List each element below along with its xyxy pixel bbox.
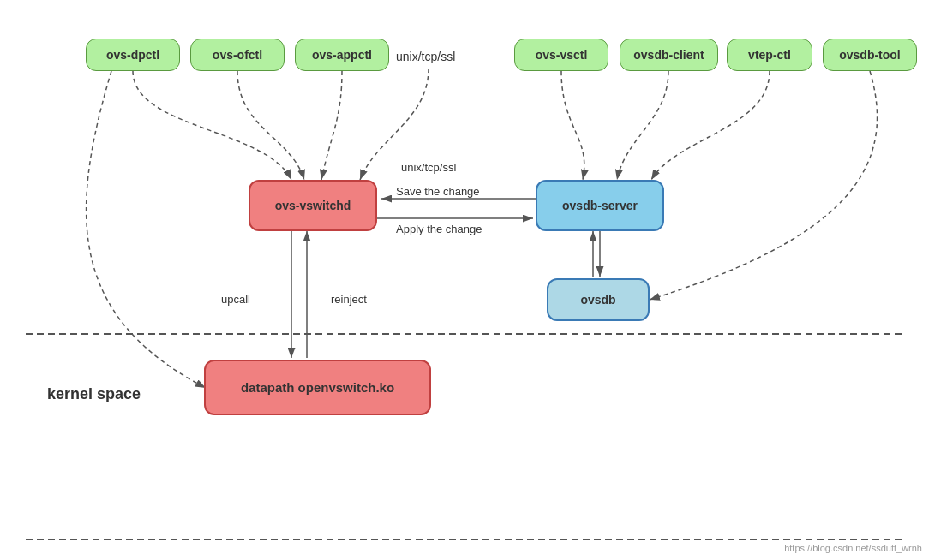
arrows-svg	[0, 0, 929, 560]
node-ovs-vswitchd: ovs-vswitchd	[249, 180, 377, 231]
label-apply-change: Apply the change	[396, 223, 482, 235]
node-ovs-ofctl: ovs-ofctl	[190, 39, 285, 71]
node-ovsdb-tool: ovsdb-tool	[823, 39, 917, 71]
node-vtep-ctl: vtep-ctl	[727, 39, 812, 71]
label-reinject: reinject	[331, 293, 367, 306]
node-ovsdb: ovsdb	[547, 278, 650, 321]
label-upcall: upcall	[221, 293, 250, 306]
node-datapath: datapath openvswitch.ko	[204, 360, 431, 415]
node-ovs-dpctl: ovs-dpctl	[86, 39, 180, 71]
node-ovsdb-server: ovsdb-server	[536, 180, 664, 231]
node-ovs-appctl: ovs-appctl	[295, 39, 389, 71]
watermark: https://blog.csdn.net/ssdutt_wrnh	[784, 543, 922, 553]
node-ovs-vsctl: ovs-vsctl	[514, 39, 608, 71]
diagram: ovs-dpctl ovs-ofctl ovs-appctl unix/tcp/…	[0, 0, 929, 560]
label-save-change: Save the change	[396, 185, 480, 198]
label-unix-tcp-ssl-top: unix/tcp/ssl	[396, 50, 455, 63]
node-ovsdb-client: ovsdb-client	[620, 39, 718, 71]
label-kernel-space: kernel space	[47, 385, 141, 403]
label-unix-tcp-ssl-mid: unix/tcp/ssl	[401, 161, 456, 174]
